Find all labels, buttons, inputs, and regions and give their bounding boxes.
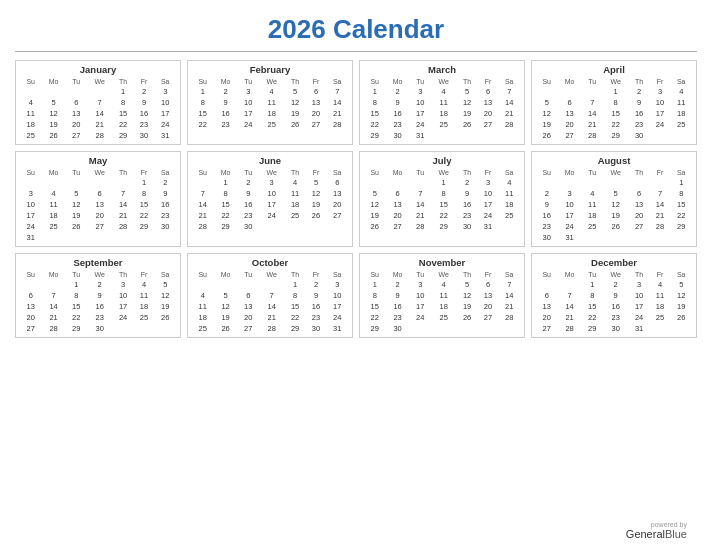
day-cell: 18 [431,301,457,312]
day-header: Fr [478,270,499,279]
day-cell: 25 [41,221,65,232]
day-cell: 12 [603,199,629,210]
day-cell [629,232,650,243]
month-block-april: AprilSuMoTuWeThFrSa123456789101112131415… [531,60,697,145]
day-header: Th [629,168,650,177]
day-cell: 13 [385,199,409,210]
day-cell: 8 [364,97,385,108]
day-cell: 2 [385,86,409,97]
day-cell [154,323,176,334]
day-cell: 9 [536,199,557,210]
day-cell: 27 [385,221,409,232]
month-block-february: FebruarySuMoTuWeThFrSa123456789101112131… [187,60,353,145]
day-cell: 7 [87,97,113,108]
day-cell [364,177,385,188]
day-header: Mo [213,168,237,177]
day-cell: 29 [134,221,155,232]
month-block-june: JuneSuMoTuWeThFrSa1234567891011121314151… [187,151,353,247]
day-header: Th [457,77,478,86]
day-cell [41,177,65,188]
table-row: 12345 [20,279,176,290]
day-header: Th [113,270,134,279]
day-cell: 23 [536,221,557,232]
brand-light: Blue [665,528,687,540]
day-cell: 27 [66,130,87,141]
day-header: We [87,77,113,86]
day-cell: 20 [385,210,409,221]
day-cell: 30 [238,221,259,232]
day-cell [650,323,671,334]
day-cell [326,221,348,232]
day-cell: 17 [259,199,285,210]
day-cell: 15 [603,108,629,119]
table-row: 27282930 [20,323,176,334]
day-cell: 31 [154,130,176,141]
table-row: 2345678 [536,188,692,199]
day-cell: 21 [410,210,431,221]
day-cell: 5 [213,290,237,301]
day-cell: 28 [498,119,520,130]
day-cell: 22 [66,312,87,323]
day-cell: 18 [650,301,671,312]
day-cell: 2 [154,177,176,188]
day-header: Su [192,168,213,177]
day-cell: 29 [603,130,629,141]
day-cell [582,86,603,97]
day-header: Su [364,77,385,86]
day-cell: 6 [478,86,499,97]
month-table-september: SuMoTuWeThFrSa12345678910111213141516171… [20,270,176,334]
day-cell: 29 [66,323,87,334]
day-cell: 20 [629,210,650,221]
day-cell: 26 [306,210,327,221]
day-cell: 31 [410,130,431,141]
day-cell: 16 [213,108,237,119]
day-cell: 4 [134,279,155,290]
day-header: Tu [66,77,87,86]
day-cell: 8 [431,188,457,199]
day-cell: 12 [154,290,176,301]
day-cell: 3 [557,188,581,199]
day-cell: 19 [66,210,87,221]
day-header: Fr [134,168,155,177]
day-cell: 6 [629,188,650,199]
day-header: Tu [66,270,87,279]
day-cell: 9 [134,97,155,108]
month-title-january: January [20,64,176,75]
day-cell: 1 [134,177,155,188]
table-row: 2728293031 [536,323,692,334]
day-cell: 8 [603,97,629,108]
day-header: Sa [326,168,348,177]
day-cell: 1 [431,177,457,188]
day-header: Su [364,270,385,279]
day-header: Th [285,77,306,86]
table-row: 20212223242526 [20,312,176,323]
day-cell: 24 [410,312,431,323]
day-cell [582,232,603,243]
day-cell: 21 [192,210,213,221]
month-table-may: SuMoTuWeThFrSa12345678910111213141516171… [20,168,176,243]
day-cell: 12 [536,108,557,119]
day-cell [154,232,176,243]
day-cell: 18 [259,108,285,119]
day-cell: 30 [457,221,478,232]
day-cell [536,279,557,290]
day-cell: 1 [364,279,385,290]
day-cell: 14 [192,199,213,210]
day-header: Tu [582,270,603,279]
table-row: 19202122232425 [536,119,692,130]
day-cell: 7 [498,279,520,290]
table-row: 78910111213 [192,188,348,199]
day-cell: 14 [582,108,603,119]
month-block-july: JulySuMoTuWeThFrSa1234567891011121314151… [359,151,525,247]
day-cell: 27 [87,221,113,232]
day-cell: 2 [134,86,155,97]
day-header: Su [20,77,41,86]
day-cell: 3 [650,86,671,97]
day-cell: 2 [603,279,629,290]
day-cell: 25 [20,130,41,141]
day-cell [66,232,87,243]
table-row: 11121314151617 [192,301,348,312]
month-title-june: June [192,155,348,166]
table-row: 12131415161718 [364,199,520,210]
day-cell: 21 [259,312,285,323]
